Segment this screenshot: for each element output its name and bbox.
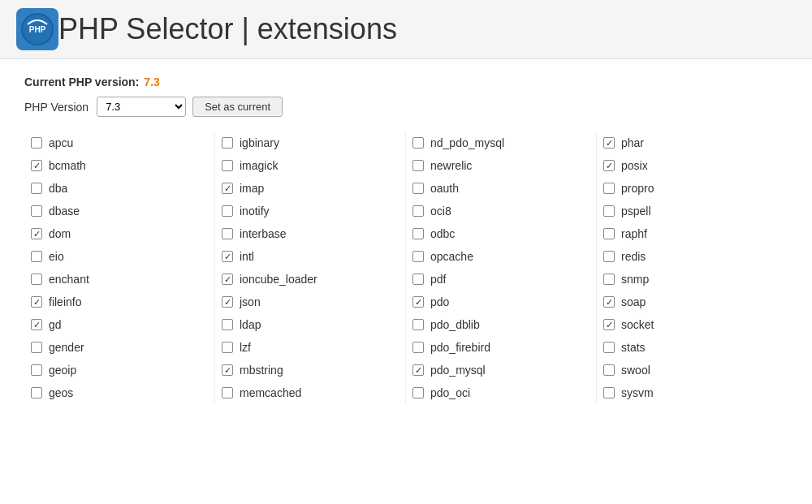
list-item: imap [215,177,405,200]
extension-name: pdo_firebird [430,341,490,354]
extension-checkbox[interactable] [412,387,424,398]
extension-checkbox[interactable] [31,319,42,330]
extension-checkbox[interactable] [412,228,424,239]
extension-checkbox[interactable] [412,183,424,194]
list-item: nd_pdo_mysql [406,131,596,154]
list-item: gd [24,313,214,336]
extension-name: lzf [240,341,251,354]
extension-name: ioncube_loader [240,273,317,286]
extension-name: imap [240,182,264,195]
extension-checkbox[interactable] [603,137,615,149]
extension-name: oci8 [430,205,451,218]
header: PHP PHP Selector | extensions [0,0,812,59]
extension-checkbox[interactable] [222,160,233,171]
php-version-select[interactable]: 7.3 5.1 5.2 5.3 5.4 5.5 5.6 7.0 7.1 7.2 … [97,97,186,117]
extension-name: swool [621,364,650,377]
extension-checkbox[interactable] [31,251,42,262]
current-version-value: 7.3 [144,75,159,88]
extension-checkbox[interactable] [222,364,233,376]
extension-checkbox[interactable] [603,251,615,262]
extension-name: dom [49,227,71,240]
extension-name: pdo_mysql [430,364,486,377]
extension-checkbox[interactable] [603,205,615,217]
extension-checkbox[interactable] [412,251,424,262]
extension-checkbox[interactable] [412,296,424,308]
extension-name: apcu [49,136,73,149]
list-item: ioncube_loader [215,268,405,291]
list-item: pdo_dblib [406,313,596,336]
extension-checkbox[interactable] [222,228,233,239]
list-item: redis [597,245,788,268]
extension-checkbox[interactable] [603,274,615,285]
extension-name: pspell [621,205,651,218]
extension-checkbox[interactable] [222,183,233,194]
list-item: mbstring [215,359,405,381]
list-item: odbc [406,222,596,245]
extension-name: geos [49,386,73,399]
extension-checkbox[interactable] [603,364,615,376]
php-version-row: PHP Version 7.3 5.1 5.2 5.3 5.4 5.5 5.6 … [24,97,788,117]
current-version-label: Current PHP version: [24,75,139,88]
extension-name: pdf [430,273,446,286]
list-item: fileinfo [24,291,214,313]
ext-column-2: igbinaryimagickimapinotifyinterbaseintli… [215,131,406,404]
extension-checkbox[interactable] [31,364,42,376]
extension-checkbox[interactable] [31,296,42,308]
extensions-grid: apcubcmathdbadbasedomeioenchantfileinfog… [24,131,788,404]
extension-checkbox[interactable] [222,205,233,217]
extension-checkbox[interactable] [412,137,424,149]
extension-name: nd_pdo_mysql [430,136,504,149]
extension-checkbox[interactable] [31,183,42,194]
extension-name: imagick [240,159,278,172]
extension-checkbox[interactable] [31,342,42,353]
extension-checkbox[interactable] [603,228,615,239]
extension-checkbox[interactable] [31,160,42,171]
extension-checkbox[interactable] [222,296,233,308]
extension-checkbox[interactable] [412,160,424,171]
extension-checkbox[interactable] [31,274,42,285]
extension-name: newrelic [430,159,472,172]
list-item: memcached [215,381,405,404]
set-current-button[interactable]: Set as current [192,97,283,117]
extension-checkbox[interactable] [31,228,42,239]
extension-checkbox[interactable] [603,160,615,171]
extension-checkbox[interactable] [603,387,615,398]
list-item: interbase [215,222,405,245]
extension-checkbox[interactable] [222,387,233,398]
list-item: snmp [597,268,788,291]
extension-name: gd [49,318,62,331]
extension-checkbox[interactable] [603,319,615,330]
list-item: sysvm [597,381,788,404]
current-version-row: Current PHP version: 7.3 [24,75,788,88]
extension-checkbox[interactable] [412,319,424,330]
extension-name: inotify [240,205,270,218]
extension-name: opcache [430,250,473,263]
extension-checkbox[interactable] [222,251,233,262]
list-item: pdf [406,268,596,291]
extension-name: geoip [49,364,76,377]
extension-checkbox[interactable] [412,274,424,285]
list-item: raphf [597,222,788,245]
ext-column-3: nd_pdo_mysqlnewrelicoauthoci8odbcopcache… [406,131,597,404]
extension-checkbox[interactable] [31,387,42,398]
list-item: geos [24,381,214,404]
list-item: bcmath [24,154,214,177]
extension-name: raphf [621,227,647,240]
extension-checkbox[interactable] [222,137,233,149]
extension-checkbox[interactable] [31,137,42,149]
extension-name: phar [621,136,644,149]
extension-checkbox[interactable] [412,205,424,217]
extension-checkbox[interactable] [603,296,615,308]
extension-name: oauth [430,182,459,195]
extension-checkbox[interactable] [222,342,233,353]
extension-name: snmp [621,273,649,286]
list-item: pdo_firebird [406,336,596,359]
extension-checkbox[interactable] [31,205,42,217]
extension-checkbox[interactable] [222,274,233,285]
extension-checkbox[interactable] [412,342,424,353]
extension-name: json [240,295,261,308]
extension-checkbox[interactable] [222,319,233,330]
extension-checkbox[interactable] [603,342,615,353]
extension-checkbox[interactable] [603,183,615,194]
extension-checkbox[interactable] [412,364,424,376]
